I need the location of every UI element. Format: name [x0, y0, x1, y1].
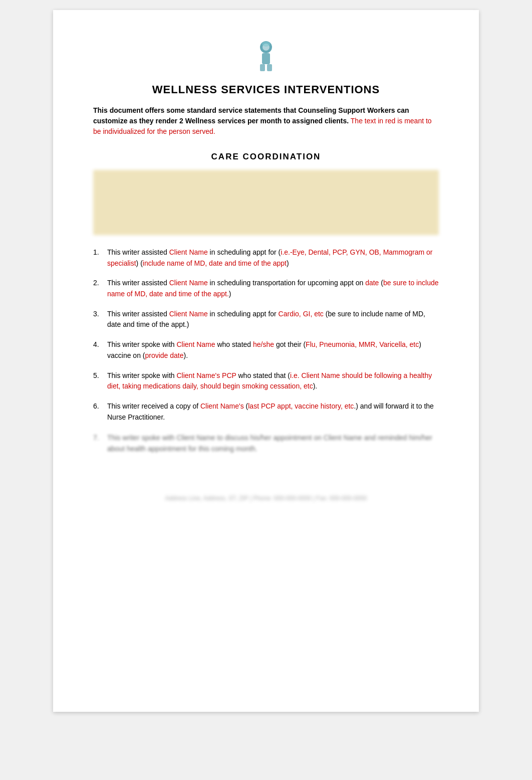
list-item: 3. This writer assisted Client Name in s…	[93, 309, 439, 330]
red-pronoun-4: he/she	[253, 340, 274, 348]
red-client-name-4: Client Name	[176, 340, 215, 348]
red-pcp-statement-5: i.e. Client Name should be following a h…	[107, 371, 432, 391]
red-md-info-1: include name of MD, date and time of the…	[143, 259, 287, 267]
document-title: WELLNESS SERVICES INTERVENTIONS	[93, 83, 439, 96]
list-number-2: 2.	[93, 278, 107, 289]
red-client-name-2: Client Name	[169, 279, 208, 287]
list-item: 6. This writer received a copy of Client…	[93, 401, 439, 423]
list-item: 4. This writer spoke with Client Name wh…	[93, 339, 439, 361]
red-client-name-3: Client Name	[169, 310, 208, 318]
list-item: 1. This writer assisted Client Name in s…	[93, 247, 439, 269]
footer-blurred: Address Line, Address, ST, ZIP | Phone: …	[93, 495, 439, 502]
document-page: WELLNESS SERVICES INTERVENTIONS This doc…	[53, 10, 479, 712]
list-number-6: 6.	[93, 401, 107, 412]
red-client-name-6: Client Name's	[200, 402, 244, 410]
list-content-3: This writer assisted Client Name in sche…	[107, 309, 439, 330]
svg-rect-2	[262, 53, 270, 64]
list-content-5: This writer spoke with Client Name's PCP…	[107, 370, 439, 392]
svg-point-5	[262, 42, 270, 47]
svg-rect-4	[267, 64, 272, 71]
red-client-name-1: Client Name	[169, 248, 208, 256]
logo-area	[93, 40, 439, 75]
blurred-content-box	[93, 170, 439, 235]
list-number-1: 1.	[93, 247, 107, 258]
list-content-2: This writer assisted Client Name in sche…	[107, 278, 439, 299]
svg-rect-3	[260, 64, 265, 71]
interventions-list: 1. This writer assisted Client Name in s…	[93, 247, 439, 423]
red-doc-type-6: last PCP appt, vaccine history, etc	[248, 402, 354, 410]
list-number-4: 4.	[93, 339, 107, 350]
list-item-7-blurred: 7. This writer spoke with Client Name to…	[93, 433, 439, 454]
list-content-6: This writer received a copy of Client Na…	[107, 401, 439, 423]
list-content-1: This writer assisted Client Name in sche…	[107, 247, 439, 269]
red-pcp-name-5: Client Name's PCP	[176, 371, 236, 379]
intro-paragraph: This document offers some standard servi…	[93, 105, 439, 137]
list-item: 2. This writer assisted Client Name in s…	[93, 278, 439, 299]
red-md-info-2: be sure to include name of MD, date and …	[107, 279, 439, 298]
organization-logo	[251, 40, 281, 75]
section-title-care-coordination: CARE COORDINATION	[93, 152, 439, 162]
list-number-5: 5.	[93, 370, 107, 381]
list-content-4: This writer spoke with Client Name who s…	[107, 339, 439, 361]
red-vaccine-type-4: Flu, Pneumonia, MMR, Varicella, etc	[306, 340, 419, 348]
list-number-3: 3.	[93, 309, 107, 320]
red-appt-type-3: Cardio, GI, etc	[279, 310, 324, 318]
red-date-2: date	[365, 279, 379, 287]
red-date-4: provide date	[145, 351, 183, 359]
list-item: 5. This writer spoke with Client Name's …	[93, 370, 439, 392]
